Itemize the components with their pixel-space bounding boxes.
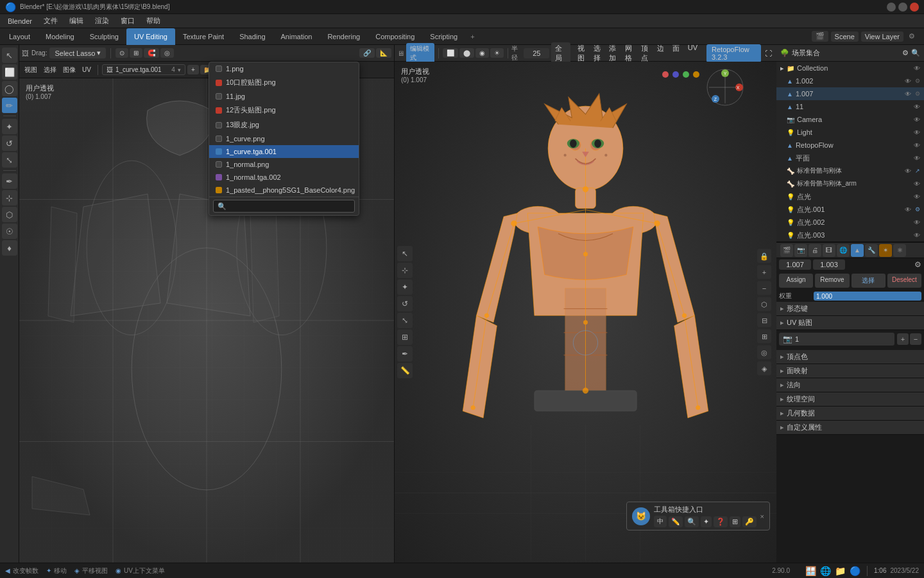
scene-selector[interactable]: Scene: [831, 31, 859, 42]
props-modifier-btn[interactable]: 🔧: [865, 244, 878, 257]
menu-render[interactable]: 渲染: [90, 15, 114, 27]
props-output-btn[interactable]: 🖨: [809, 244, 821, 257]
tool-cursor[interactable]: ⊹: [2, 190, 17, 206]
tool-scale[interactable]: ⤡: [2, 152, 17, 168]
tool-relax[interactable]: ♦: [2, 240, 17, 256]
proportional-btn[interactable]: ◎: [160, 48, 174, 58]
vp-fullscreen-expand[interactable]: ⛶: [763, 46, 774, 60]
close-button[interactable]: [910, 3, 919, 12]
tab-sculpting[interactable]: Sculpting: [82, 28, 126, 45]
navigation-gizmo[interactable]: X Y Z: [706, 68, 744, 107]
vp-uv-menu[interactable]: UV: [685, 42, 701, 64]
uv-select-menu[interactable]: 选择: [41, 64, 59, 76]
vp-transform-tool[interactable]: ⊞: [397, 329, 413, 345]
plane-eye[interactable]: 👁: [914, 155, 920, 162]
dropdown-item-1pasted[interactable]: 1_pasted__phong5SG1_BaseColor4.png: [209, 184, 359, 197]
tool-annotate[interactable]: ✒: [2, 173, 17, 189]
custom-props-section[interactable]: ▸ 自定义属性: [776, 421, 924, 435]
dropdown-item-1curve[interactable]: 1_curve.png: [209, 132, 359, 145]
tool-move[interactable]: ✦: [2, 119, 17, 134]
select-lasso-dropdown[interactable]: Select Lasso ▾: [49, 48, 106, 58]
dropdown-item-1normal-tga[interactable]: 1_normal.tga.002: [209, 171, 359, 184]
pointlight003-eye[interactable]: 👁: [914, 232, 920, 239]
tooltip-icon-4[interactable]: ❓: [714, 516, 728, 527]
uv-uv-menu[interactable]: UV: [80, 65, 94, 74]
vp-scale-tool[interactable]: ⤡: [397, 313, 413, 328]
uv-map-section-header[interactable]: ▸ UV 贴图: [776, 316, 924, 330]
retopoflow-btn[interactable]: RetopoFlow 3.2.3: [706, 44, 761, 62]
face-map-section[interactable]: ▸ 面映射: [776, 364, 924, 378]
vp-zoom-out-btn[interactable]: −: [757, 281, 771, 295]
outliner-item-1007[interactable]: ▲ 1.007 👁 ⚙: [776, 87, 924, 100]
vp-annotate-tool[interactable]: ✒: [397, 346, 413, 362]
maximize-button[interactable]: [898, 3, 907, 12]
shape-keys-section-header[interactable]: ▸ 形态键: [776, 302, 924, 316]
pivot-btn[interactable]: ⊙: [116, 48, 128, 58]
taskbar-blender[interactable]: 🔵: [850, 566, 860, 576]
render-btn[interactable]: ☀: [490, 48, 504, 58]
uv-map-name-field[interactable]: 📷 1: [779, 333, 894, 346]
outliner-item-rig-arm[interactable]: 🦴 标准骨骼与刚体_arm 👁: [776, 177, 924, 190]
vp-cursor-tool[interactable]: ⊹: [397, 263, 413, 278]
tooltip-icon-5[interactable]: ⊞: [730, 516, 740, 527]
props-object-btn[interactable]: ▲: [851, 244, 864, 257]
outliner-item-collection[interactable]: ▸ 📁 Collection 👁: [776, 62, 924, 74]
add-workspace-button[interactable]: +: [465, 30, 479, 43]
geometry-section[interactable]: ▸ 几何数据: [776, 407, 924, 421]
dropdown-item-12[interactable]: 12舌头贴图.png: [209, 103, 359, 118]
remove-button[interactable]: Remove: [815, 274, 849, 288]
normal-section[interactable]: ▸ 法向: [776, 378, 924, 392]
pointlight001-eye[interactable]: 👁: [905, 206, 911, 213]
tab-animation[interactable]: Animation: [273, 28, 320, 45]
tool-rotate[interactable]: ↺: [2, 136, 17, 151]
texture-section[interactable]: ▸ 纹理空间: [776, 392, 924, 407]
item-11-eye[interactable]: 👁: [914, 103, 920, 110]
vp-fullscreen-btn[interactable]: 全局: [551, 42, 570, 64]
props-view-layer-btn[interactable]: 🎞: [823, 244, 835, 257]
props-physics-btn[interactable]: ⚛: [893, 244, 906, 257]
retopo-eye[interactable]: 👁: [914, 142, 920, 149]
outliner-item-1002[interactable]: ▲ 1.002 👁 ⚙: [776, 74, 924, 87]
props-scene-btn[interactable]: 🎬: [780, 244, 793, 257]
viewport-canvas[interactable]: 用户透视 (0) 1.007 ↖ ⊹ ✦ ↺ ⤡ ⊞ ✒ 📏 🔒 + − ⬡ ⊟: [395, 62, 776, 563]
tab-layout[interactable]: Layout: [1, 28, 38, 45]
image-new-btn[interactable]: +: [187, 65, 199, 74]
item-1002-restrict[interactable]: ⚙: [915, 78, 920, 84]
uv-stretch-btn[interactable]: 📐: [376, 48, 391, 58]
vp-grid-btn[interactable]: ⊞: [757, 329, 771, 344]
tab-rendering[interactable]: Rendering: [320, 28, 368, 45]
camera-eye[interactable]: 👁: [914, 116, 920, 123]
vp-measure-tool[interactable]: 📏: [397, 363, 413, 378]
outliner-item-rig[interactable]: 🦴 标准骨骼与刚体 👁 ↗: [776, 164, 924, 177]
outliner-filter-icon[interactable]: ⚙: [902, 49, 909, 57]
collection-eye[interactable]: 👁: [914, 65, 920, 72]
menu-help[interactable]: 帮助: [141, 15, 166, 27]
tab-uv-editing[interactable]: UV Editing: [126, 28, 175, 45]
assign-button[interactable]: Assign: [779, 274, 813, 288]
outliner-item-retopoflow[interactable]: ▲ RetopoFlow 👁: [776, 139, 924, 152]
outliner-item-pointlight003[interactable]: 💡 点光.003 👁: [776, 229, 924, 241]
uv-view-menu[interactable]: 视图: [22, 64, 40, 76]
item-1007-eye[interactable]: 👁: [905, 91, 911, 98]
pointlight002-eye[interactable]: 👁: [914, 219, 920, 226]
props-filter-btn[interactable]: ⚙: [914, 260, 921, 269]
dropdown-item-1curve-tga[interactable]: 1_curve.tga.001: [209, 145, 359, 158]
outliner-item-11[interactable]: ▲ 11 👁: [776, 100, 924, 113]
uv-map-remove-btn[interactable]: −: [910, 333, 921, 345]
vp-zoom-in-btn[interactable]: +: [757, 265, 771, 279]
vp-add-menu[interactable]: 添加: [606, 42, 620, 64]
vp-vertex-menu[interactable]: 顶点: [638, 42, 652, 64]
tool-circle[interactable]: ◯: [2, 81, 17, 96]
pointlight-eye[interactable]: 👁: [914, 193, 920, 200]
rig-eye[interactable]: 👁: [905, 168, 911, 175]
dropdown-search-input[interactable]: [213, 200, 355, 213]
tool-select[interactable]: ↖: [2, 48, 17, 63]
image-selector-button[interactable]: 🖼 1_curve.tga.001 4 ▾: [102, 64, 185, 75]
uv-image-menu[interactable]: 图像: [60, 64, 78, 76]
props-render-btn[interactable]: 📷: [794, 244, 807, 257]
solid-btn[interactable]: ⬤: [459, 48, 474, 58]
tab-texture-paint[interactable]: Texture Paint: [175, 28, 232, 45]
tool-3d[interactable]: ⬡: [2, 207, 17, 222]
select-button[interactable]: 选择: [851, 274, 886, 288]
tab-modeling[interactable]: Modeling: [38, 28, 82, 45]
